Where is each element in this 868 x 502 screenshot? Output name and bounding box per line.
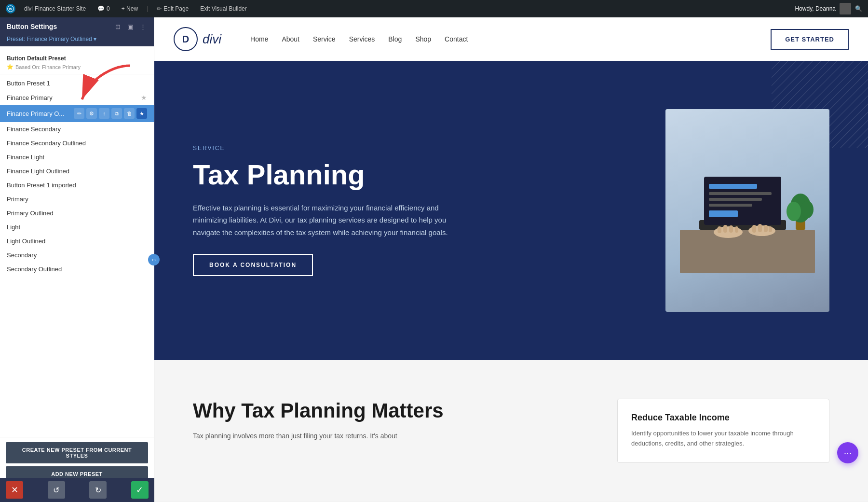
second-section: Why Tax Planning Matters Tax planning in… — [154, 360, 868, 502]
svg-rect-9 — [709, 192, 772, 195]
hero-section: SERVICE Tax Planning Effective tax plann… — [154, 61, 868, 360]
hero-title: Tax Planning — [193, 159, 637, 190]
sidebar-header-icons: ⊡ ▣ ⋮ — [113, 22, 147, 31]
admin-bar-right: Howdy, Deanna 🔍 — [795, 3, 863, 14]
preset-action-export[interactable]: ↑ — [99, 108, 109, 119]
admin-site-name[interactable]: divi Finance Starter Site — [21, 4, 89, 13]
hero-cta-button[interactable]: BOOK A CONSULTATION — [193, 254, 313, 276]
nav-service[interactable]: Service — [313, 35, 336, 43]
svg-rect-20 — [758, 224, 762, 232]
info-card-title: Reduce Taxable Income — [631, 413, 815, 423]
preset-action-gear[interactable]: ⚙ — [86, 108, 97, 119]
sidebar-content: Button Default Preset ⭐ Based On: Financ… — [0, 46, 154, 437]
nav-about[interactable]: About — [282, 35, 299, 43]
preset-default-title: Button Default Preset — [7, 55, 147, 62]
preset-item-light-outlined[interactable]: Light Outlined — [0, 234, 154, 248]
preset-item-finance-light-outlined[interactable]: Finance Light Outlined — [0, 164, 154, 178]
svg-rect-18 — [735, 226, 738, 233]
svg-rect-19 — [752, 225, 756, 233]
info-card-desc: Identify opportunities to lower your tax… — [631, 429, 815, 449]
admin-edit-page[interactable]: ✏ Edit Page — [154, 4, 191, 13]
sidebar-icon-more[interactable]: ⋮ — [138, 22, 147, 31]
svg-text:W: W — [9, 7, 13, 11]
admin-avatar — [840, 3, 851, 14]
btn-cancel[interactable]: ✕ — [6, 481, 23, 499]
nav-links: Home About Service Services Blog Shop Co… — [250, 35, 771, 43]
preset-item-finance-primary[interactable]: Finance Primary ★ — [0, 90, 154, 105]
svg-rect-16 — [723, 225, 727, 233]
admin-new[interactable]: + New — [119, 4, 141, 13]
preset-item-light[interactable]: Light — [0, 220, 154, 234]
second-section-right: Reduce Taxable Income Identify opportuni… — [617, 399, 829, 463]
preset-item-finance-light[interactable]: Finance Light — [0, 150, 154, 164]
nav-contact[interactable]: Contact — [445, 35, 468, 43]
nav-home[interactable]: Home — [250, 35, 268, 43]
hero-image — [665, 109, 829, 312]
preset-item-primary-outlined[interactable]: Primary Outlined — [0, 206, 154, 220]
preset-item-primary[interactable]: Primary — [0, 192, 154, 206]
svg-rect-8 — [709, 184, 757, 189]
sidebar: Button Settings ⊡ ▣ ⋮ Preset: Finance Pr… — [0, 17, 154, 502]
preset-action-star[interactable]: ★ — [136, 108, 147, 119]
preset-list: Button Preset 1 Finance Primary ★ Financ… — [0, 76, 154, 276]
svg-rect-5 — [680, 230, 815, 273]
preset-default-section: Button Default Preset ⭐ Based On: Financ… — [0, 50, 154, 74]
svg-rect-11 — [709, 204, 752, 207]
nav-shop[interactable]: Shop — [415, 35, 431, 43]
main-content: D divi Home About Service Services Blog … — [154, 17, 868, 502]
nav-services[interactable]: Services — [349, 35, 375, 43]
preset-item-btn-preset-1[interactable]: Button Preset 1 — [0, 76, 154, 90]
nav-cta-button[interactable]: GET STARTED — [771, 29, 849, 50]
second-section-title: Why Tax Planning Matters — [193, 399, 588, 423]
svg-rect-17 — [729, 225, 733, 233]
second-section-left: Why Tax Planning Matters Tax planning in… — [193, 399, 588, 442]
sidebar-icon-settings[interactable]: ⊡ — [113, 22, 122, 31]
svg-rect-21 — [764, 225, 768, 232]
svg-rect-22 — [769, 226, 772, 232]
svg-point-25 — [787, 202, 801, 221]
btn-save[interactable]: ✓ — [131, 481, 149, 499]
preset-action-edit[interactable]: ✏ — [74, 108, 84, 119]
nav-blog[interactable]: Blog — [388, 35, 402, 43]
info-card: Reduce Taxable Income Identify opportuni… — [617, 399, 829, 463]
sidebar-icon-layout[interactable]: ▣ — [126, 22, 135, 31]
preset-item-finance-primary-outlined[interactable]: Finance Primary O... ✏ ⚙ ↑ ⧉ 🗑 ★ — [0, 105, 154, 122]
admin-comments[interactable]: 💬 0 — [95, 4, 113, 13]
admin-exit-builder[interactable]: Exit Visual Builder — [197, 4, 250, 13]
wp-logo[interactable]: W — [6, 4, 15, 14]
site-logo: D divi — [174, 27, 221, 51]
logo-text: divi — [203, 32, 221, 47]
admin-bar: W divi Finance Starter Site 💬 0 + New | … — [0, 0, 868, 17]
sidebar-preset-label[interactable]: Preset: Finance Primary Outlined ▾ — [0, 36, 154, 46]
bottom-bar: ✕ ↺ ↻ ✓ — [0, 478, 154, 502]
btn-redo[interactable]: ↻ — [89, 481, 107, 499]
logo-circle: D — [174, 27, 198, 51]
svg-point-26 — [801, 201, 814, 218]
sidebar-title: Button Settings — [7, 23, 57, 30]
sidebar-header: Button Settings ⊡ ▣ ⋮ — [0, 17, 154, 36]
preset-item-finance-secondary[interactable]: Finance Secondary — [0, 122, 154, 136]
preset-star-finance-primary[interactable]: ★ — [141, 94, 147, 101]
admin-search-icon[interactable]: 🔍 — [855, 5, 862, 12]
second-section-desc: Tax planning involves more than just fil… — [193, 431, 588, 442]
hero-content: SERVICE Tax Planning Effective tax plann… — [193, 145, 637, 276]
hero-description: Effective tax planning is essential for … — [193, 202, 463, 239]
svg-rect-10 — [709, 198, 762, 201]
preset-action-delete[interactable]: 🗑 — [124, 108, 135, 119]
preset-item-btn-preset-1-imported[interactable]: Button Preset 1 imported — [0, 178, 154, 192]
svg-rect-12 — [709, 210, 738, 217]
hero-label: SERVICE — [193, 145, 637, 152]
main-layout: Button Settings ⊡ ▣ ⋮ Preset: Finance Pr… — [0, 17, 868, 502]
preset-default-based: ⭐ Based On: Finance Primary — [7, 64, 147, 70]
preset-item-secondary-outlined[interactable]: Secondary Outlined — [0, 262, 154, 276]
btn-create-preset[interactable]: CREATE NEW PRESET FROM CURRENT STYLES — [6, 442, 148, 463]
resize-handle[interactable]: ↔ — [148, 254, 160, 265]
site-nav: D divi Home About Service Services Blog … — [154, 17, 868, 61]
preset-item-finance-secondary-outlined[interactable]: Finance Secondary Outlined — [0, 136, 154, 150]
fab-button[interactable]: ··· — [837, 442, 858, 463]
preset-item-secondary[interactable]: Secondary — [0, 248, 154, 262]
btn-undo[interactable]: ↺ — [48, 481, 65, 499]
preset-actions: ✏ ⚙ ↑ ⧉ 🗑 ★ — [74, 108, 147, 119]
svg-rect-15 — [718, 226, 721, 233]
preset-action-clone[interactable]: ⧉ — [111, 108, 122, 119]
